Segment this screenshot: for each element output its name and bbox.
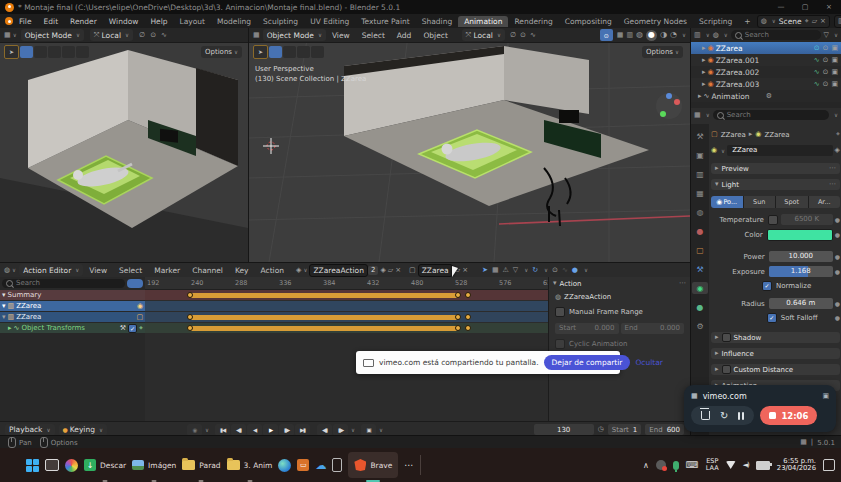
tweak-tool-button[interactable]: ➤ [253, 45, 268, 59]
panel-menu-icon[interactable]: ⋯ [829, 181, 836, 188]
action-panel-header[interactable]: ▾ Action ⋯ [549, 277, 690, 290]
animate-dot-icon[interactable]: ● [835, 314, 840, 321]
disable-render-icon[interactable]: ▣ [831, 57, 838, 64]
disable-render-icon[interactable]: ▣ [831, 45, 838, 52]
range-start-field[interactable]: Start 0.000 [555, 323, 619, 334]
current-frame-field[interactable]: 130 [534, 424, 594, 435]
outliner-item-animation[interactable]: ▸ ∿ Animation ⚙ [691, 90, 841, 102]
maximize-button[interactable]: ▢ [793, 0, 817, 14]
hide-icon[interactable]: ⊙ [823, 69, 829, 76]
taskbar-app-descargas[interactable]: ↓ Descar [84, 452, 126, 478]
expand-icon[interactable]: ▸ [8, 325, 12, 332]
action-panel-action-row[interactable]: ◍ ZZareaAction [549, 290, 690, 304]
expand-icon[interactable]: ▸ [698, 93, 702, 100]
menu-render[interactable]: Render [64, 17, 103, 26]
hide-icon[interactable]: ⊙ [823, 45, 829, 52]
power-field[interactable]: 10.000 [769, 251, 833, 262]
properties-options-chevron-icon[interactable]: ∨ [834, 112, 838, 118]
viewport-main[interactable]: ▦ Object Mode ∨ View Select Add Object ⤧… [248, 28, 690, 262]
workspace-tab-texture-paint[interactable]: Texture Paint [355, 16, 415, 27]
xray-icon[interactable]: ▥ [626, 32, 633, 39]
preview-panel-header[interactable]: ▸ Preview ⋯ [711, 163, 840, 174]
keyframe-dot[interactable] [187, 292, 193, 298]
taskbar-app-edge[interactable] [278, 452, 291, 478]
taskbar-app-parad[interactable]: Parad [182, 452, 220, 478]
options-dropdown-left[interactable]: Options ∨ [201, 46, 242, 58]
expand-icon[interactable]: ▸ [702, 45, 706, 52]
auto-keyframe-button[interactable]: ◉ [187, 424, 202, 436]
step-back-button[interactable]: ◀▮ [317, 424, 332, 436]
mode-dropdown-left[interactable]: Object Mode ∨ [21, 29, 84, 41]
shadow-panel-header[interactable]: ▸ Shadow [711, 332, 840, 343]
tab-physics[interactable]: ⚙ [692, 320, 708, 332]
discard-recording-button[interactable] [701, 411, 710, 420]
menu-window[interactable]: Window [103, 17, 145, 26]
battery-icon[interactable] [756, 461, 770, 470]
keying-sphere-icon[interactable]: ● [572, 267, 578, 274]
collapse-icon[interactable]: ▾ [2, 303, 6, 310]
action-new-icon[interactable]: ▱ [388, 267, 393, 274]
taskbar-overflow-button[interactable]: ⋯ [404, 452, 413, 478]
outliner-search-input[interactable]: Search [731, 30, 821, 40]
menu-add[interactable]: Add [391, 31, 418, 40]
hide-banner-link[interactable]: Ocultar [635, 358, 662, 367]
keyframe-area[interactable]: 192 240 288 336 384 432 480 528 576 624 [145, 277, 548, 421]
taskbar-app-3-anim[interactable]: 3. Anim [227, 452, 273, 478]
channel-zzarea-light[interactable]: ▾ ▥ ZZarea ◉ [0, 301, 145, 311]
keyframe-bar-object-transforms[interactable] [190, 326, 458, 331]
editor-type-icon[interactable]: ▦ [4, 32, 11, 39]
navigation-gizmo[interactable] [656, 93, 682, 119]
menu-view[interactable]: View [83, 266, 113, 275]
fake-user-icon[interactable]: ◈ [835, 147, 840, 154]
channel-zzarea-object[interactable]: ▾ ▥ ZZarea ▢ [0, 312, 145, 322]
light-type-spot-button[interactable]: Spot [776, 196, 809, 208]
filter-funnel-icon[interactable]: ▽ [513, 267, 518, 274]
lock-icon[interactable]: ⌖ [139, 325, 143, 332]
tweak-tool-button[interactable]: ➤ [4, 45, 19, 59]
taskbar-app-powerpoint[interactable]: ▭ [297, 452, 309, 478]
select-box-tool-button[interactable] [269, 46, 282, 58]
step-forward-button[interactable]: ▮▶ [333, 424, 348, 436]
scene-pin-icon[interactable]: ⌖ [805, 18, 809, 25]
widgets-button[interactable] [65, 452, 78, 478]
outliner-item-zzarea-002[interactable]: ▸ ◉ ZZarea.002 ∿ ⊙ ▣ [691, 66, 841, 78]
workspace-tab-uv-editing[interactable]: UV Editing [304, 16, 355, 27]
select-circle-tool-button[interactable] [283, 46, 296, 58]
outliner-item-zzarea-003[interactable]: ▸ ◉ ZZarea.003 ∿ ⊙ ▣ [691, 78, 841, 90]
scene-selector[interactable]: ◍ ∨ Scene ⌖ ▱ × [757, 15, 830, 28]
range-end-field[interactable]: End 0.000 [621, 323, 685, 334]
tab-material[interactable]: ● [692, 301, 708, 313]
notifications-icon[interactable] [823, 459, 835, 471]
wifi-icon[interactable] [726, 461, 736, 469]
desk-monitor[interactable] [160, 129, 178, 143]
workspace-tab-modeling[interactable]: Modeling [211, 16, 257, 27]
panel-menu-icon[interactable]: ⋯ [829, 165, 836, 172]
tab-render[interactable]: ▣ [692, 149, 708, 161]
frame-end-field[interactable]: End 600 [645, 424, 684, 435]
task-view-button[interactable] [45, 452, 59, 478]
select-lasso-tool-button[interactable] [297, 46, 310, 58]
cyclic-animation-checkbox[interactable] [555, 339, 565, 349]
action-fake-user-icon[interactable]: ◈ [380, 267, 385, 274]
color-swatch[interactable] [767, 229, 833, 241]
target-name-field[interactable]: ZZarea [418, 264, 453, 277]
menu-edit[interactable]: Edit [38, 17, 65, 26]
jump-to-start-button[interactable]: ▮◀ [215, 424, 230, 436]
jump-to-end-button[interactable]: ▶▮ [295, 424, 310, 436]
animate-dot-icon[interactable]: ● [835, 231, 840, 238]
mode-dropdown-main[interactable]: Object Mode ∨ [263, 29, 326, 41]
proportional-icon[interactable]: ⊙ [552, 267, 558, 274]
gizmo-toggle-icon[interactable]: ⊙ [600, 29, 613, 41]
select-box-tool-button[interactable] [20, 46, 33, 58]
influence-panel-header[interactable]: ▸ Influence [711, 348, 840, 359]
tab-output[interactable]: ▥ [692, 168, 708, 180]
target-browse-icon[interactable]: ▢ [409, 267, 416, 274]
expand-icon[interactable]: ▸ [702, 69, 706, 76]
keyframe-bar-summary[interactable] [190, 293, 458, 298]
filter-id-icon[interactable]: ◍ [713, 32, 719, 39]
workspace-tab-geometry-nodes[interactable]: Geometry Nodes [618, 16, 693, 27]
taskbar-app-phone-link[interactable] [332, 452, 342, 478]
viewport-left[interactable]: ▦ ∨ Object Mode ∨ ⤧ Local ∨ ∅ ⊙ ∿ ➤ Opti… [0, 28, 248, 262]
viewport-left-canvas[interactable] [0, 28, 248, 262]
shading-solid-icon[interactable]: ● [646, 30, 657, 41]
